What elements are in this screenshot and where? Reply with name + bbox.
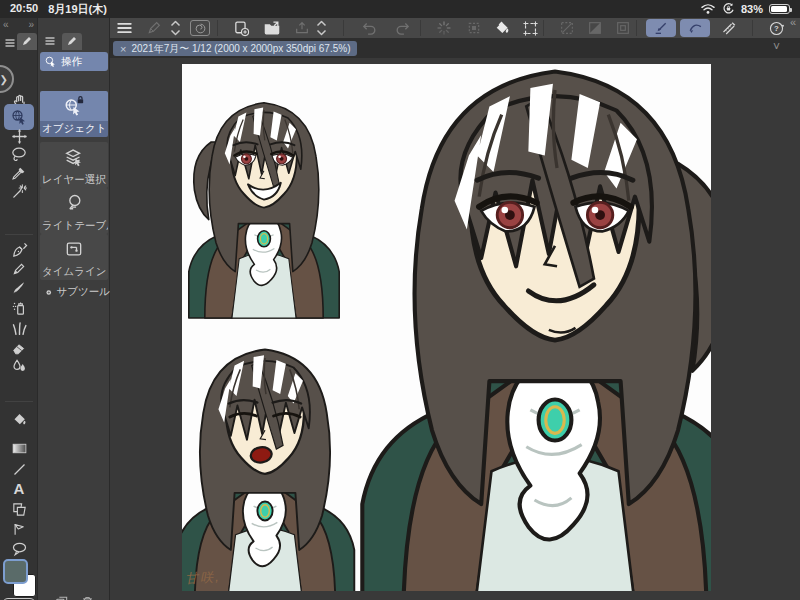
flag-tool[interactable]	[0, 518, 38, 540]
timeline-icon	[40, 234, 108, 264]
subtool-item-layer-select[interactable]: レイヤー選択	[40, 142, 108, 188]
invert-selection-icon[interactable]	[581, 18, 609, 38]
rotation-lock-icon	[722, 2, 735, 17]
auto-select-tool[interactable]	[0, 180, 38, 202]
edit-pen-icon[interactable]	[140, 18, 168, 38]
deselect-icon[interactable]	[553, 18, 581, 38]
layer-move-icon[interactable]	[460, 18, 488, 38]
blend-tool[interactable]	[0, 355, 38, 377]
add-subtool-label: サブツール	[57, 285, 110, 299]
subtool-item-label: オブジェクト	[40, 121, 108, 137]
artist-signature: 甘咲,	[185, 568, 222, 588]
operation-group-header[interactable]: 操作	[40, 52, 108, 71]
frame-border-tool[interactable]	[0, 498, 38, 520]
airbrush-tool[interactable]	[0, 297, 38, 319]
wifi-icon	[700, 2, 716, 17]
snap-ruler-toggle[interactable]	[646, 19, 676, 37]
subtool-item-object[interactable]: オブジェクト	[40, 91, 108, 137]
panel-menu-icon[interactable]	[44, 32, 56, 50]
menu-button[interactable]	[110, 18, 138, 38]
undo-button[interactable]	[355, 18, 383, 38]
add-subtool-button[interactable]: サブツール	[46, 284, 110, 300]
tab-title: 2021年7月〜 1/12 (2000 x 2000px 350dpi 67.5…	[131, 42, 350, 56]
subtool-item-timeline[interactable]: タイムライン	[40, 234, 108, 280]
status-date: 8月19日(木)	[48, 2, 107, 17]
subtool-item-label: ライトテーブル	[40, 218, 108, 234]
bust-top-left	[189, 103, 339, 318]
tool-strip: « » ❯	[0, 18, 38, 600]
tool-expand-chevrons[interactable]	[166, 18, 184, 38]
battery-icon	[769, 4, 790, 14]
crop-frame-button[interactable]	[516, 18, 544, 38]
status-bar: 20:50 8月19日(木) 83%	[0, 0, 800, 18]
canvas-workspace[interactable]: 甘咲,	[110, 58, 800, 600]
battery-percent: 83%	[741, 3, 763, 15]
bust-right	[362, 72, 711, 591]
open-file-button[interactable]	[258, 18, 286, 38]
clip-studio-icon[interactable]	[190, 20, 210, 36]
save-expand-chevrons[interactable]	[312, 18, 330, 38]
subtool-panel: 操作 オブジェクト レイヤー選択 ライトテーブル タイムライン	[38, 18, 110, 600]
gradient-tool[interactable]	[0, 437, 38, 459]
strip-collapse-right-icon[interactable]: »	[28, 19, 33, 30]
object-tool-icon	[40, 91, 108, 121]
tab-close-icon[interactable]: ×	[120, 43, 126, 55]
edge-keyboard-handle[interactable]: ❯	[0, 65, 14, 93]
redo-button[interactable]	[388, 18, 416, 38]
processing-spinner-icon	[430, 18, 458, 38]
subtool-item-light-table[interactable]: ライトテーブル	[40, 188, 108, 234]
tool-pen-tab[interactable]	[16, 30, 38, 52]
subtool-item-label: レイヤー選択	[40, 172, 108, 188]
operation-group-label: 操作	[61, 55, 82, 69]
document-tab-bar: × 2021年7月〜 1/12 (2000 x 2000px 350dpi 67…	[110, 38, 800, 58]
light-table-icon	[40, 188, 108, 218]
snap-special-ruler-toggle[interactable]	[680, 19, 710, 37]
strip-collapse-left-icon[interactable]: «	[3, 19, 8, 30]
subtool-item-label: タイムライン	[40, 264, 108, 280]
new-canvas-button[interactable]	[227, 18, 255, 38]
selection-border-icon[interactable]	[609, 18, 637, 38]
layer-select-icon	[40, 142, 108, 172]
artwork-illustration[interactable]	[182, 64, 711, 591]
main-toolbar: ? «	[110, 18, 800, 38]
document-tab[interactable]: × 2021年7月〜 1/12 (2000 x 2000px 350dpi 67…	[113, 41, 357, 56]
panel-pen-tab[interactable]	[62, 33, 82, 50]
fill-tool[interactable]	[0, 409, 38, 431]
tab-bar-collapse-icon[interactable]: ˅	[773, 40, 780, 54]
status-time: 20:50	[10, 2, 38, 17]
snap-grid-toggle[interactable]	[714, 18, 744, 38]
delete-layer-button[interactable]	[80, 594, 95, 600]
fill-bucket-button[interactable]	[488, 18, 516, 38]
brush-tool[interactable]	[0, 277, 38, 299]
canvas-document[interactable]: 甘咲,	[182, 64, 711, 591]
clip-studio-screen: 20:50 8月19日(木) 83%	[0, 0, 800, 600]
duplicate-layer-button[interactable]	[54, 594, 70, 600]
text-tool[interactable]: A	[0, 477, 38, 499]
balloon-tool[interactable]	[0, 538, 38, 560]
foreground-color-swatch[interactable]	[3, 559, 28, 584]
bust-bottom-left	[182, 349, 354, 591]
